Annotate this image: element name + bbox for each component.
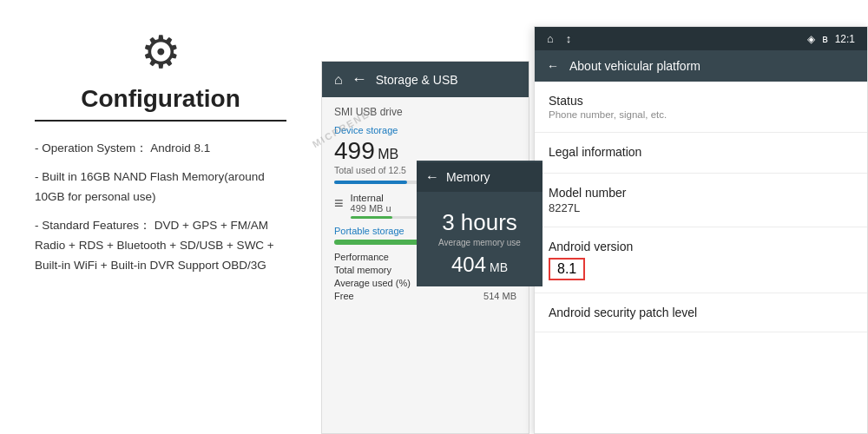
model-label: Model number — [549, 186, 853, 200]
about-item-security[interactable]: Android security patch level — [535, 293, 867, 332]
config-title: Configuration — [35, 85, 286, 122]
about-item-legal[interactable]: Legal information — [535, 133, 867, 174]
perf-label: Performance — [334, 252, 389, 262]
home-icon[interactable]: ⌂ — [334, 72, 343, 88]
usb-icon: ↕ — [566, 32, 572, 45]
memory-header: ← Memory — [417, 162, 542, 192]
free-value: 514 MB — [483, 291, 516, 301]
total-label: Total memory — [334, 265, 391, 275]
storage-header: ⌂ ← Storage & USB — [322, 62, 529, 97]
memory-panel: ← Memory 3 hours Average memory use 404 … — [417, 161, 542, 286]
status-sub: Phone number, signal, etc. — [549, 109, 853, 120]
spec-features: - Standard Features： DVD + GPS + FM/AM R… — [35, 216, 286, 276]
legal-label: Legal information — [549, 145, 853, 159]
device-size-number: 499 — [334, 137, 375, 164]
internal-label: Internal — [351, 193, 420, 203]
about-header: ← About vehicular platform — [535, 50, 867, 82]
model-value: 8227L — [549, 201, 853, 214]
memory-avg-label: Average memory use — [438, 238, 521, 247]
home-icon-right[interactable]: ⌂ — [547, 32, 554, 45]
list-icon: ≡ — [334, 194, 344, 213]
config-specs: - Operation System： Android 8.1 - Built … — [35, 139, 286, 276]
status-bar-right: ◈ ʙ 12:1 — [807, 33, 855, 45]
about-item-android-version[interactable]: Android version 8.1 — [535, 227, 867, 293]
status-bar-left: ⌂ ↕ — [547, 32, 571, 45]
storage-title: Storage & USB — [376, 73, 458, 87]
memory-avg-value: 404 — [451, 253, 486, 277]
internal-bar — [351, 216, 420, 219]
about-item-model[interactable]: Model number 8227L — [535, 174, 867, 227]
internal-info: Internal 499 MB u — [351, 193, 420, 219]
stat-free: Free 514 MB — [334, 291, 516, 301]
spec-memory: - Built in 16GB NAND Flash Memory(around… — [35, 168, 286, 207]
avg-pct-label: Average used (%) — [334, 278, 411, 288]
gear-icon: ⚙ — [35, 26, 286, 78]
about-item-status[interactable]: Status Phone number, signal, etc. — [535, 82, 867, 133]
time-display: 12:1 — [835, 33, 855, 45]
bluetooth-icon: ʙ — [822, 33, 828, 45]
memory-avg-unit: MB — [490, 260, 508, 274]
left-panel: ⚙ Configuration - Operation System： Andr… — [0, 0, 321, 434]
back-arrow-about[interactable]: ← — [547, 59, 559, 73]
device-size-unit: MB — [378, 147, 398, 161]
internal-bar-fill — [351, 216, 392, 219]
free-label: Free — [334, 291, 354, 301]
memory-title: Memory — [446, 170, 490, 184]
device-storage-label: Device storage — [334, 125, 516, 135]
pin-icon: ◈ — [807, 33, 815, 45]
spec-os: - Operation System： Android 8.1 — [35, 139, 286, 159]
memory-hours-value: 3 hours — [442, 209, 517, 236]
android-version-label: Android version — [549, 240, 853, 253]
android-version-value: 8.1 — [557, 261, 576, 276]
internal-size: 499 MB u — [351, 203, 420, 214]
storage-bar-fill — [334, 181, 407, 184]
about-panel: ⌂ ↕ ◈ ʙ 12:1 ← About vehicular platform … — [534, 26, 868, 434]
security-label: Android security patch level — [549, 306, 697, 319]
back-arrow-storage[interactable]: ← — [352, 70, 367, 89]
status-label: Status — [549, 94, 853, 108]
about-title: About vehicular platform — [569, 59, 700, 73]
status-bar: ⌂ ↕ ◈ ʙ 12:1 — [535, 27, 867, 50]
back-arrow-memory[interactable]: ← — [425, 169, 439, 185]
android-version-box: 8.1 — [549, 258, 585, 280]
